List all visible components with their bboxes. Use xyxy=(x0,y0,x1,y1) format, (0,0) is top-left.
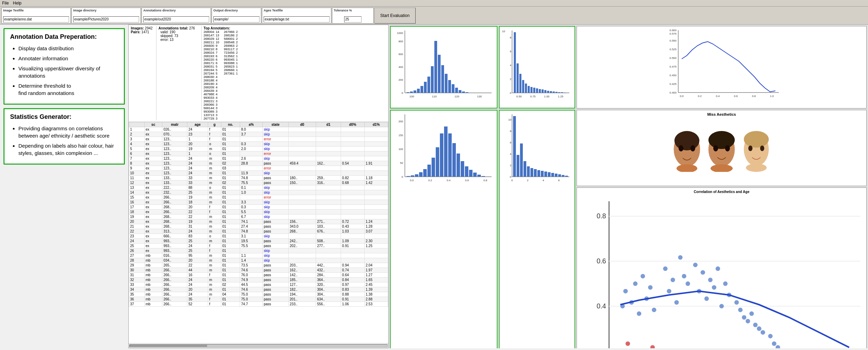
svg-text:0.8: 0.8 xyxy=(597,212,606,220)
annotator-993089: 993089: 3 xyxy=(204,110,223,113)
svg-text:4: 4 xyxy=(543,179,544,182)
annotation-item-1: Display data distribution xyxy=(18,45,118,52)
output-directory-input[interactable] xyxy=(213,16,259,23)
faces-row xyxy=(671,119,772,184)
histogram-1-chart: 0 200 400 600 800 1000 100 110 120 130 xyxy=(393,29,493,105)
svg-point-177 xyxy=(663,266,667,271)
svg-rect-22 xyxy=(441,65,444,93)
table-row: 18ex266..22f015.5skip xyxy=(129,210,388,215)
ages-textfile-label: Ages Textfile xyxy=(264,9,283,12)
svg-rect-18 xyxy=(427,77,430,93)
annotator-268004: 268004: 14 xyxy=(204,30,223,34)
svg-point-145 xyxy=(725,145,730,151)
start-evaluation-button[interactable]: Start Evaluation xyxy=(374,8,416,24)
annotations-directory-input[interactable] xyxy=(143,16,209,23)
svg-rect-28 xyxy=(462,91,465,93)
svg-text:0.550: 0.550 xyxy=(670,39,677,42)
col-d0: d0 xyxy=(289,122,316,127)
svg-point-190 xyxy=(716,266,720,271)
table-row: 4ex123..20o010.3skip xyxy=(129,142,388,147)
table-row: 9ex123..24m03error xyxy=(129,166,388,171)
menu-help[interactable]: Help xyxy=(13,1,22,6)
annotator-467988: 467988: 4 xyxy=(204,93,223,96)
svg-text:0: 0 xyxy=(511,179,513,182)
table-row: 32mb266..24m0174.9pass185..364..0.841.65 xyxy=(129,278,388,282)
col-age: age xyxy=(187,122,208,127)
svg-rect-13 xyxy=(410,91,413,93)
svg-text:8: 8 xyxy=(510,36,512,39)
table-scrollbar[interactable] xyxy=(129,343,388,348)
charts-bottom-row: 0 50 100 150 200 0.0 0.2 0.4 0.6 0.8 xyxy=(390,110,867,348)
svg-text:1000: 1000 xyxy=(397,32,403,35)
tolerance-group: Tolerance % xyxy=(332,8,374,24)
svg-text:0.50: 0.50 xyxy=(516,95,522,98)
statistics-list: Providing diagramms on correlations betw… xyxy=(10,125,118,157)
face-1 xyxy=(671,130,703,172)
svg-text:0: 0 xyxy=(402,91,403,95)
annotator-268030: 268030: 4 xyxy=(204,75,223,79)
svg-rect-12 xyxy=(407,92,409,93)
svg-text:0.6: 0.6 xyxy=(465,179,469,182)
svg-point-175 xyxy=(648,285,653,290)
faces-title: Miss Aesthetics xyxy=(707,112,736,116)
svg-text:0.0: 0.0 xyxy=(680,95,684,98)
annotator-268186: 268186: 2 xyxy=(224,34,243,37)
annotation-item-2: Annotater information xyxy=(18,55,118,62)
annotator-993117: 993117: 2 xyxy=(224,47,243,51)
svg-text:0.500: 0.500 xyxy=(670,56,677,60)
statistics-title: Statistics Generator: xyxy=(10,113,118,121)
svg-rect-102 xyxy=(457,154,460,177)
svg-point-183 xyxy=(686,281,690,286)
anno-error: error: 13 xyxy=(159,38,198,42)
col-state: state xyxy=(263,122,289,127)
svg-point-146 xyxy=(710,164,733,172)
svg-text:0.2: 0.2 xyxy=(428,179,432,182)
table-row: 2ex070..23f013.7skip xyxy=(129,132,388,137)
svg-point-181 xyxy=(678,255,683,260)
svg-text:0.6: 0.6 xyxy=(597,257,606,265)
svg-point-150 xyxy=(760,146,764,151)
annotator-568144: 568144: 3 xyxy=(204,106,223,110)
svg-text:0.600: 0.600 xyxy=(670,29,677,32)
scatter-box: Correlation of Aesthetics and Age 0.0 0.… xyxy=(577,187,867,348)
annotator-267361: 267361: 1 xyxy=(224,72,243,75)
table-row: 11ex133..33m0174.8pass180..259..0.821.18 xyxy=(129,176,388,181)
svg-point-143 xyxy=(708,131,735,149)
image-directory-input[interactable] xyxy=(73,16,139,23)
svg-text:4: 4 xyxy=(510,64,512,67)
table-row: 36mb266..35f0175.0pass201..634..0.912.88 xyxy=(129,297,388,302)
table-row: 1ex026..24f018.0skip xyxy=(129,127,388,132)
svg-text:6: 6 xyxy=(510,50,512,53)
annotator-268024: 268024: 7 xyxy=(204,51,223,54)
svg-text:0.475: 0.475 xyxy=(670,65,677,68)
image-directory-label: Image directory xyxy=(73,9,96,12)
svg-rect-46 xyxy=(525,84,527,93)
col-g: g xyxy=(208,122,221,127)
table-row: 30mb266..44m0174.6pass162..432..0.741.97 xyxy=(129,268,388,273)
menu-file[interactable]: File xyxy=(2,1,9,6)
data-table-container[interactable]: sc matr age g no. a% state d0 d1 d0% d1%… xyxy=(129,122,388,343)
svg-point-172 xyxy=(637,312,641,316)
svg-point-178 xyxy=(667,289,671,294)
col-a: a% xyxy=(240,122,263,127)
svg-text:400: 400 xyxy=(399,65,403,69)
tolerance-input[interactable] xyxy=(344,16,361,23)
right-panel: 0 200 400 600 800 1000 100 110 120 130 xyxy=(389,25,868,348)
annotator-265823: 265823: 1 xyxy=(224,65,243,68)
svg-point-199 xyxy=(753,323,758,327)
svg-text:0.400: 0.400 xyxy=(670,91,677,94)
svg-rect-95 xyxy=(427,165,431,177)
image-textfile-input[interactable] xyxy=(3,16,69,23)
svg-text:600: 600 xyxy=(399,53,403,56)
svg-rect-123 xyxy=(520,143,523,177)
svg-text:1.25: 1.25 xyxy=(558,95,563,98)
line-chart-box: 0.400 0.425 0.450 0.475 0.500 0.525 0.55… xyxy=(577,26,867,108)
ages-textfile-input[interactable] xyxy=(264,16,330,23)
annotator-268548: 268548: 2 xyxy=(224,41,243,44)
svg-text:0.575: 0.575 xyxy=(670,32,677,35)
svg-text:2: 2 xyxy=(510,78,512,81)
svg-rect-103 xyxy=(461,161,464,177)
annotator-268439: 268439: 4 xyxy=(204,89,223,93)
svg-rect-93 xyxy=(419,172,423,177)
table-row: 33mb266..24m0244.5pass127..320..0.972.45 xyxy=(129,282,388,287)
